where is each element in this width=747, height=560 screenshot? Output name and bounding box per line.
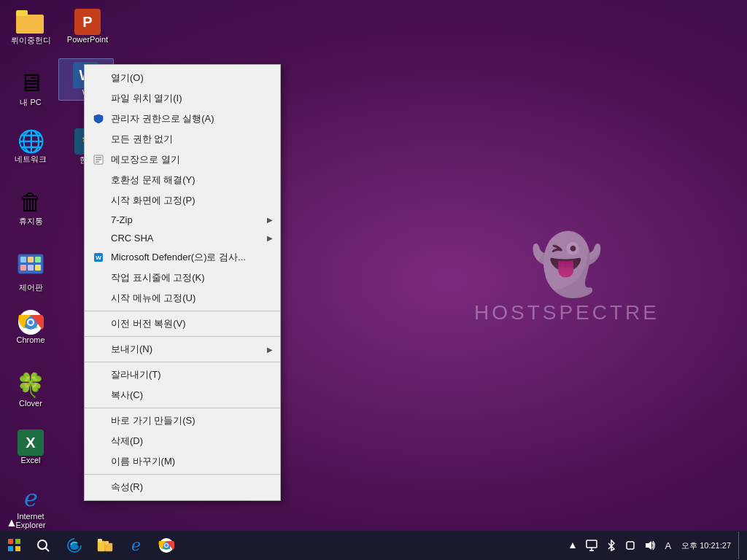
desktop-icon-network[interactable]: 🌐 네트워크 bbox=[3, 125, 58, 168]
tray-network[interactable] bbox=[583, 538, 600, 553]
ctx-sep-1 bbox=[85, 311, 280, 311]
ctx-run-as-admin-label: 관리자 권한으로 실행(A) bbox=[111, 112, 214, 125]
ctx-crc-sha-label: CRC SHA bbox=[111, 233, 154, 244]
svg-rect-20 bbox=[98, 541, 105, 551]
clover-icon: 🍀 bbox=[16, 371, 45, 399]
desktop-icon-mypc[interactable]: 🖥 내 PC bbox=[3, 66, 58, 111]
ctx-run-as-admin[interactable]: 관리자 권한으로 실행(A) bbox=[85, 109, 280, 129]
desktop-icon-excel[interactable]: X Excel bbox=[3, 427, 58, 467]
desktop-icon-recycle[interactable]: 🗑 휴지통 bbox=[3, 186, 58, 230]
tray-expand-icon bbox=[568, 541, 577, 550]
ctx-copy[interactable]: 복사(C) bbox=[85, 385, 280, 405]
taskbar-ie[interactable]: ℯ bbox=[121, 532, 150, 559]
ctx-restore-prev-label: 이전 버전 복원(V) bbox=[111, 317, 186, 330]
tray-show-hidden[interactable] bbox=[565, 540, 580, 551]
show-desktop[interactable] bbox=[738, 532, 741, 559]
excel-icon: X bbox=[18, 429, 44, 456]
context-menu: 열기(O) 파일 위치 열기(I) 관리자 권한으로 실행(A) 모든 권한 없… bbox=[84, 64, 281, 501]
powerpoint-icon: P bbox=[74, 9, 101, 35]
ctx-rename[interactable]: 이름 바꾸기(M) bbox=[85, 451, 280, 472]
ctx-open-file-location-label: 파일 위치 열기(I) bbox=[111, 92, 182, 105]
ctx-7zip-arrow: ▶ bbox=[267, 216, 273, 224]
taskbar-explorer[interactable] bbox=[90, 532, 120, 559]
folder-icon bbox=[16, 9, 45, 35]
bluetooth-icon bbox=[606, 540, 616, 551]
ctx-defender-label: Microsoft Defender(으)로 검사... bbox=[111, 251, 246, 264]
ctx-compatibility[interactable]: 호환성 문제 해결(Y) bbox=[85, 170, 280, 190]
volume-icon bbox=[644, 540, 656, 551]
excel-label: Excel bbox=[21, 456, 41, 464]
desktop-icon-clover[interactable]: 🍀 Clover bbox=[3, 368, 58, 411]
tray-clock[interactable]: 오후 10:21:27 bbox=[677, 540, 735, 551]
svg-rect-3 bbox=[35, 257, 41, 262]
ctx-sep-2 bbox=[85, 336, 280, 337]
clock-time: 오후 10:21:27 bbox=[681, 540, 731, 551]
svg-text:W: W bbox=[96, 254, 101, 261]
ctx-compatibility-label: 호환성 문제 해결(Y) bbox=[111, 174, 196, 187]
desktop-icon-powerpoint[interactable]: P PowerPoint bbox=[60, 6, 115, 47]
taskbar: ℯ bbox=[0, 531, 747, 560]
ctx-pin-taskbar[interactable]: 작업 표시줄에 고정(K) bbox=[85, 268, 280, 288]
defender-icon: W bbox=[92, 251, 105, 264]
ctx-crc-sha[interactable]: CRC SHA ▶ bbox=[85, 229, 280, 247]
tray-ime[interactable]: A bbox=[662, 539, 674, 553]
taskbar-apps: ℯ bbox=[57, 532, 565, 559]
watermark: 👻 HOSTSPECTRE bbox=[474, 236, 659, 324]
taskbar-edge[interactable] bbox=[60, 532, 89, 559]
ctx-defender[interactable]: W Microsoft Defender(으)로 검사... bbox=[85, 247, 280, 268]
network-icon: 🌐 bbox=[18, 128, 44, 154]
ctx-cut-label: 잘라내기(T) bbox=[111, 368, 161, 381]
ctx-revoke-all[interactable]: 모든 권한 없기 bbox=[85, 129, 280, 149]
svg-rect-33 bbox=[627, 542, 634, 549]
tray-icon-1[interactable] bbox=[622, 539, 638, 552]
desktop-icon-control[interactable]: 제어판 bbox=[3, 248, 58, 296]
desktop-icon-folder[interactable]: 뤼이중헌디 bbox=[3, 6, 58, 49]
ctx-open-file-location[interactable]: 파일 위치 열기(I) bbox=[85, 88, 280, 109]
recycle-icon: 🗑 bbox=[19, 189, 42, 216]
control-panel-svg bbox=[18, 251, 44, 277]
control-icon bbox=[18, 251, 44, 282]
desktop-icon-ie[interactable]: ℯ InternetExplorer bbox=[3, 481, 58, 532]
ctx-pin-start[interactable]: 시작 화면에 고정(P) bbox=[85, 190, 280, 211]
svg-rect-5 bbox=[28, 265, 34, 271]
ctx-sep-3 bbox=[85, 362, 280, 362]
ctx-send-to[interactable]: 보내기(N) ▶ bbox=[85, 339, 280, 359]
folder-label: 뤼이중헌디 bbox=[11, 35, 51, 46]
ctx-delete[interactable]: 삭제(D) bbox=[85, 431, 280, 451]
ie-taskbar-icon: ℯ bbox=[131, 536, 141, 555]
ctx-open[interactable]: 열기(O) bbox=[85, 68, 280, 88]
ie-icon: ℯ bbox=[24, 484, 38, 512]
svg-rect-2 bbox=[28, 257, 34, 262]
system-tray-icon bbox=[625, 540, 635, 551]
mypc-label: 내 PC bbox=[20, 97, 41, 108]
ctx-open-notepad[interactable]: 메모장으로 열기 bbox=[85, 149, 280, 170]
ctx-rename-label: 이름 바꾸기(M) bbox=[111, 455, 175, 468]
ctx-pin-start-label: 시작 화면에 고정(P) bbox=[111, 194, 196, 207]
ctx-cut[interactable]: 잘라내기(T) bbox=[85, 365, 280, 385]
start-button[interactable] bbox=[0, 531, 29, 560]
powerpoint-label: PowerPoint bbox=[67, 35, 108, 44]
desktop-icon-chrome[interactable]: Chrome bbox=[3, 306, 58, 347]
tray-bluetooth[interactable] bbox=[603, 538, 619, 553]
svg-rect-30 bbox=[587, 540, 597, 548]
win-logo-q3 bbox=[8, 546, 13, 551]
ctx-properties[interactable]: 속성(R) bbox=[85, 477, 280, 497]
tray-volume[interactable] bbox=[641, 538, 659, 553]
ctx-create-shortcut[interactable]: 바로 가기 만들기(S) bbox=[85, 411, 280, 431]
network-tray-icon bbox=[586, 540, 597, 551]
ctx-7zip[interactable]: 7-Zip ▶ bbox=[85, 211, 280, 229]
chrome-taskbar-icon bbox=[158, 537, 174, 553]
ctx-pin-startmenu[interactable]: 시작 메뉴에 고정(U) bbox=[85, 288, 280, 308]
taskbar-chrome[interactable] bbox=[152, 532, 181, 559]
svg-rect-6 bbox=[35, 265, 41, 271]
ctx-restore-prev[interactable]: 이전 버전 복원(V) bbox=[85, 314, 280, 334]
chrome-icon bbox=[18, 309, 44, 335]
svg-point-11 bbox=[28, 320, 33, 324]
ctx-sep-5 bbox=[85, 474, 280, 475]
ctx-send-to-arrow: ▶ bbox=[267, 346, 273, 354]
svg-point-18 bbox=[38, 540, 47, 549]
ctx-crc-sha-arrow: ▶ bbox=[267, 234, 273, 242]
taskbar-search[interactable] bbox=[29, 531, 57, 560]
shield-icon bbox=[92, 112, 105, 125]
taskbar-tray: A 오후 10:21:27 bbox=[565, 532, 747, 559]
